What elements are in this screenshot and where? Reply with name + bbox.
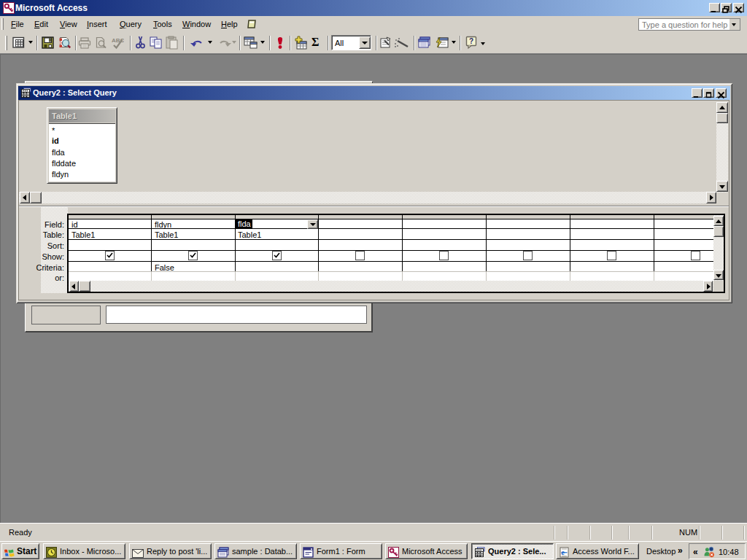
svg-text:?: ?	[469, 37, 473, 45]
